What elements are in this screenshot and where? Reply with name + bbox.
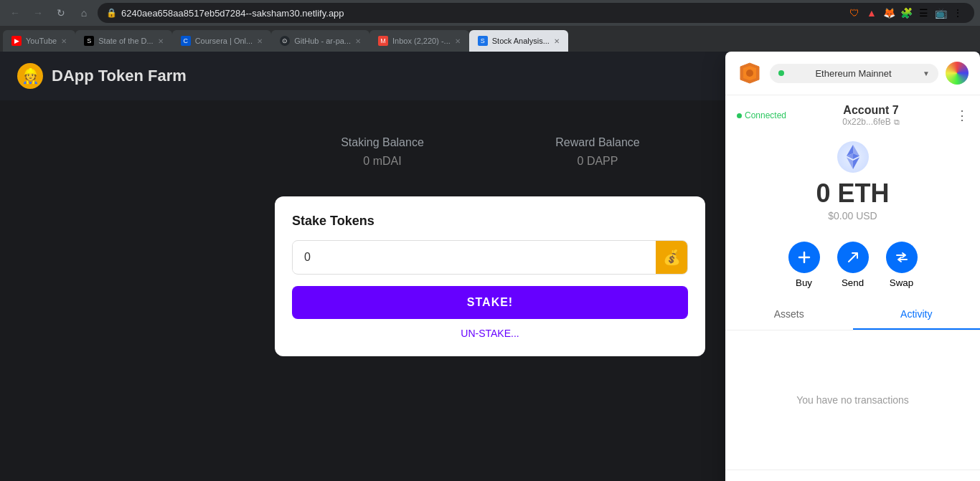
stake-coin-button[interactable]: 💰 <box>656 241 687 274</box>
mm-network-dot <box>778 70 784 76</box>
unstake-link[interactable]: UN-STAKE... <box>292 328 688 339</box>
mm-no-transactions: You have no transactions <box>796 394 909 406</box>
mm-buy-icon <box>788 242 820 273</box>
tab-youtube[interactable]: ▶ YouTube ✕ <box>3 30 75 52</box>
svg-marker-7 <box>853 158 859 170</box>
tab-youtube-label: YouTube <box>26 37 57 45</box>
stateofthe-favicon: S <box>84 36 94 46</box>
mm-network-label: Ethereum Mainnet <box>788 68 918 79</box>
mm-swap-label: Swap <box>890 277 913 288</box>
tab-coursera-close[interactable]: ✕ <box>257 37 263 45</box>
tab-stateofthe[interactable]: S State of the D... ✕ <box>75 30 171 52</box>
address-bar[interactable]: 🔒 6240aea658aa8517eb5d7284--saksham30.ne… <box>98 3 974 23</box>
metamask-icon[interactable]: 🦊 <box>881 5 897 21</box>
tab-gmail-label: Inbox (2,220) -... <box>392 37 451 45</box>
tab-github-label: GitHub - ar-pa... <box>294 37 351 45</box>
reward-balance-value: 0 DAPP <box>497 155 698 168</box>
mm-connected-dot <box>737 113 742 118</box>
mm-connected-badge: Connected <box>737 110 786 120</box>
mm-eth-section: 0 ETH $0.00 USD <box>725 135 980 233</box>
staking-balance-label: Staking Balance <box>282 136 483 149</box>
gmail-favicon: M <box>378 36 388 46</box>
mm-chevron-icon: ▼ <box>923 70 930 77</box>
dapp-logo: 👷 <box>17 63 43 89</box>
tab-coursera[interactable]: C Coursera | Onl... ✕ <box>172 30 272 52</box>
mm-buy-button[interactable]: Buy <box>788 242 820 288</box>
brave-shield-icon[interactable]: 🛡 <box>847 5 862 21</box>
stockanalysis-favicon: S <box>478 36 488 46</box>
mm-header: Ethereum Mainnet ▼ <box>725 52 980 95</box>
mm-more-button[interactable]: ⋮ <box>956 108 969 123</box>
forward-button[interactable]: → <box>29 4 47 22</box>
dapp-title: DApp Token Farm <box>52 67 187 85</box>
mm-eth-usd: $0.00 USD <box>828 210 877 222</box>
tab-gmail[interactable]: M Inbox (2,220) -... ✕ <box>369 30 469 52</box>
reload-button[interactable]: ↻ <box>52 4 70 22</box>
tabs-bar: ▶ YouTube ✕ S State of the D... ✕ C Cour… <box>0 26 980 52</box>
svg-point-2 <box>746 70 753 77</box>
mm-account-info: Account 7 0x22b...6feB ⧉ <box>786 104 956 127</box>
mm-tab-activity-label: Activity <box>900 308 932 320</box>
stake-card: Stake Tokens 💰 STAKE! UN-STAKE... <box>275 196 705 356</box>
alert-icon[interactable]: ▲ <box>864 5 880 21</box>
tab-github[interactable]: ⊙ GitHub - ar-pa... ✕ <box>271 30 369 52</box>
staking-grid: Staking Balance 0 mDAI Reward Balance 0 … <box>275 129 705 175</box>
tab-coursera-label: Coursera | Onl... <box>195 37 253 45</box>
more-icon[interactable]: ⋮ <box>950 5 966 21</box>
tab-gmail-close[interactable]: ✕ <box>455 37 461 45</box>
stake-card-title: Stake Tokens <box>292 214 688 229</box>
mm-swap-button[interactable]: Swap <box>886 242 918 288</box>
tab-stockanalysis-label: Stock Analysis... <box>492 37 550 45</box>
stake-button[interactable]: STAKE! <box>292 286 688 319</box>
youtube-favicon: ▶ <box>11 36 22 46</box>
mm-buy-label: Buy <box>796 277 812 288</box>
mm-network-button[interactable]: Ethereum Mainnet ▼ <box>770 64 938 83</box>
address-text: 6240aea658aa8517eb5d7284--saksham30.netl… <box>121 8 842 19</box>
mm-eth-balance: 0 ETH <box>816 178 889 209</box>
mm-swap-icon <box>886 242 918 273</box>
home-button[interactable]: ⌂ <box>75 4 93 22</box>
cast-icon[interactable]: 📺 <box>933 5 948 21</box>
mm-copy-icon[interactable]: ⧉ <box>894 118 900 127</box>
back-button[interactable]: ← <box>6 4 24 22</box>
tab-stateofthe-label: State of the D... <box>98 37 153 45</box>
mm-actions: Buy Send Swap <box>725 233 980 300</box>
mm-send-label: Send <box>842 277 864 288</box>
metamask-logo <box>737 60 763 86</box>
metamask-popup: Ethereum Mainnet ▼ Connected Account 7 0… <box>725 52 980 481</box>
tab-youtube-close[interactable]: ✕ <box>61 37 67 45</box>
tab-stockanalysis-close[interactable]: ✕ <box>554 37 560 45</box>
stake-input-row: 💰 <box>292 240 688 275</box>
mm-tabs: Assets Activity <box>725 300 980 330</box>
github-favicon: ⊙ <box>280 36 290 46</box>
mm-connected-label: Connected <box>745 110 786 120</box>
tab-stateofthe-close[interactable]: ✕ <box>158 37 164 45</box>
svg-marker-8 <box>847 158 853 170</box>
stake-input[interactable] <box>293 242 656 272</box>
mm-send-icon <box>837 242 869 273</box>
mm-footer: Need help? Contact MetaMask Support <box>725 470 980 481</box>
mm-tab-assets[interactable]: Assets <box>725 300 853 330</box>
coursera-favicon: C <box>181 36 191 46</box>
lock-icon: 🔒 <box>106 8 117 18</box>
reward-balance-label: Reward Balance <box>497 136 698 149</box>
mm-account-section: Connected Account 7 0x22b...6feB ⧉ ⋮ <box>725 95 980 135</box>
tab-stockanalysis[interactable]: S Stock Analysis... ✕ <box>469 30 568 52</box>
staking-balance-value: 0 mDAI <box>282 155 483 168</box>
mm-send-button[interactable]: Send <box>837 242 869 288</box>
mm-eth-logo <box>837 141 869 173</box>
menu-icon[interactable]: ☰ <box>915 5 931 21</box>
mm-tab-assets-label: Assets <box>774 308 804 320</box>
mm-tab-activity[interactable]: Activity <box>853 300 981 330</box>
tab-github-close[interactable]: ✕ <box>355 37 361 45</box>
mm-account-name: Account 7 <box>786 104 956 117</box>
mm-avatar[interactable] <box>946 62 969 85</box>
mm-account-address: 0x22b...6feB ⧉ <box>786 117 956 127</box>
mm-body: You have no transactions <box>725 330 980 470</box>
puzzle-icon[interactable]: 🧩 <box>898 5 914 21</box>
mm-address-text: 0x22b...6feB <box>842 117 890 127</box>
